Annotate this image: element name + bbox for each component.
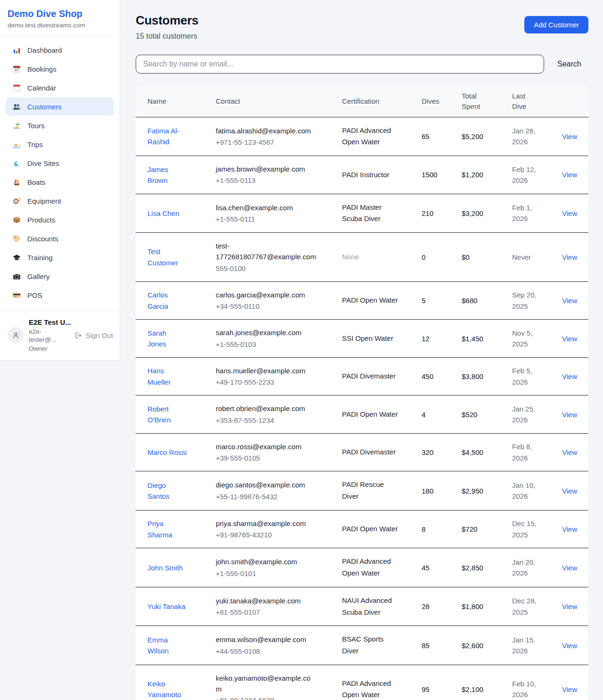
add-customer-button[interactable]: Add Customer (524, 16, 588, 33)
customer-certification: PADI Open Water (342, 410, 398, 418)
table-row: Keiko Yamamoto keiko.yamamoto@example.co… (136, 665, 588, 700)
customer-total-spent: $2,850 (462, 548, 512, 587)
customer-name-link[interactable]: Test Customer (147, 247, 178, 266)
view-customer-link[interactable]: View (562, 448, 577, 456)
column-header-last-dive: Last Dive (512, 86, 562, 117)
customer-email: diego.santos@example.com (216, 479, 316, 490)
view-customer-link[interactable]: View (562, 487, 577, 495)
table-row: Hans Mueller hans.mueller@example.com +4… (136, 357, 588, 395)
customer-last-dive: Dec 28, 2025 (512, 587, 562, 626)
customer-total-spent: $1,200 (462, 156, 512, 194)
table-row: Test Customer test-1772681807767@example… (136, 233, 588, 282)
customer-email: yuki.tanaka@example.com (216, 595, 316, 606)
view-customer-link[interactable]: View (562, 171, 577, 179)
sidebar-item-pos[interactable]: POS (6, 286, 114, 304)
sidebar-item-customers[interactable]: Customers (6, 98, 114, 115)
customer-total-spent: $3,200 (462, 194, 512, 233)
search-input[interactable] (136, 55, 544, 74)
customer-total-spent: $1,450 (462, 320, 512, 358)
page-header: Customers 15 total customers Add Custome… (136, 13, 588, 41)
view-customer-link[interactable]: View (562, 602, 577, 610)
customer-name-link[interactable]: Fatima Al-Rashid (147, 127, 179, 146)
customer-name-link[interactable]: Lisa Chen (147, 209, 179, 217)
sidebar-item-products[interactable]: Products (6, 211, 114, 229)
view-customer-link[interactable]: View (562, 209, 577, 217)
sidebar-item-tours[interactable]: Tours (6, 116, 114, 134)
table-row: Fatima Al-Rashid fatima.alrashid@example… (136, 117, 588, 156)
search-button[interactable]: Search (552, 56, 587, 72)
view-customer-link[interactable]: View (562, 685, 577, 693)
customer-name-link[interactable]: James Brown (147, 165, 168, 184)
customer-email: keiko.yamamoto@example.com (216, 673, 316, 695)
customer-dives: 4 (422, 395, 462, 434)
sidebar-item-dashboard[interactable]: Dashboard (6, 41, 114, 59)
customer-phone: 555-0100 (216, 263, 316, 274)
customer-dives: 85 (422, 626, 462, 665)
customer-name-link[interactable]: Keiko Yamamoto (147, 680, 181, 699)
view-customer-link[interactable]: View (562, 253, 577, 261)
customer-email: hans.mueller@example.com (216, 365, 316, 376)
customer-certification: PADI Instructor (342, 171, 390, 179)
sidebar-item-discounts[interactable]: Discounts (6, 230, 114, 247)
sidebar-item-dive-sites[interactable]: Dive Sites (6, 154, 114, 172)
customer-certification: None (342, 253, 359, 261)
sidebar-item-trips[interactable]: Trips (6, 135, 114, 153)
customer-email: priya.sharma@example.com (216, 518, 316, 529)
customer-name-link[interactable]: Priya Sharma (147, 519, 172, 538)
sidebar-item-boats[interactable]: Boats (6, 173, 114, 191)
user-info: E2E Test U... e2e-tester@... Owner (29, 318, 69, 353)
customer-certification: PADI Divemaster (342, 448, 396, 456)
customer-name-link[interactable]: Sarah Jones (147, 329, 166, 348)
view-customer-link[interactable]: View (562, 411, 577, 419)
credit-card-icon (12, 290, 21, 300)
view-customer-link[interactable]: View (562, 642, 577, 650)
customer-name-link[interactable]: Robert O'Brien (147, 405, 171, 424)
customer-phone: +44-555-0108 (216, 646, 316, 657)
view-customer-link[interactable]: View (562, 335, 577, 343)
view-customer-link[interactable]: View (562, 372, 577, 380)
customer-name-link[interactable]: Hans Mueller (147, 367, 171, 386)
avatar (8, 327, 24, 343)
view-customer-link[interactable]: View (562, 132, 577, 140)
table-row: Priya Sharma priya.sharma@example.com +9… (136, 510, 588, 548)
sidebar-item-calendar[interactable]: Calendar (6, 79, 114, 97)
view-customer-link[interactable]: View (562, 525, 577, 533)
user-name: E2E Test U... (29, 318, 69, 327)
customer-name-link[interactable]: Yuki Tanaka (147, 602, 186, 610)
customer-phone: +81-90-1234-5678 (216, 695, 316, 700)
customer-name-link[interactable]: Diego Santos (147, 481, 170, 500)
sidebar-item-equipment[interactable]: Equipment (6, 192, 114, 210)
view-customer-link[interactable]: View (562, 564, 577, 572)
customer-last-dive: Feb 5, 2026 (512, 357, 562, 395)
customer-last-dive: Jan 20, 2026 (512, 548, 562, 587)
customer-phone: +39-555-0105 (216, 453, 316, 463)
customer-email: carlos.garcia@example.com (216, 289, 316, 300)
sidebar-nav: Dashboard 17 Bookings Calendar Customers… (0, 36, 120, 311)
table-row: Emma Wilson emma.wilson@example.com +44-… (136, 626, 588, 665)
column-header-dives: Dives (422, 86, 462, 117)
sidebar-item-gallery[interactable]: Gallery (6, 267, 114, 285)
customer-last-dive: Never (512, 233, 562, 282)
sign-out-button[interactable]: Sign Out (74, 331, 113, 339)
sidebar-item-training[interactable]: Training (6, 248, 114, 266)
customer-name-link[interactable]: Carlos Garcia (147, 291, 168, 310)
table-header-row: Name Contact Certification Dives Total S… (136, 86, 588, 117)
view-customer-link[interactable]: View (562, 296, 577, 305)
customer-name-link[interactable]: John Smith (147, 564, 183, 572)
customer-total-spent: $720 (462, 510, 512, 548)
sign-out-label: Sign Out (86, 331, 113, 339)
customer-email: lisa.chen@example.com (216, 202, 316, 213)
sidebar-item-bookings[interactable]: 17 Bookings (6, 60, 114, 78)
customer-certification: PADI Open Water (342, 525, 398, 533)
column-header-contact: Contact (216, 86, 342, 117)
table-row: Carlos Garcia carlos.garcia@example.com … (136, 281, 588, 320)
table-row: Sarah Jones sarah.jones@example.com +1-5… (136, 320, 588, 358)
customer-certification: PADI Master Scuba Diver (342, 203, 382, 223)
customer-name-link[interactable]: Marco Rossi (147, 448, 187, 456)
customer-certification: PADI Open Water (342, 296, 398, 304)
customer-last-dive: Jan 15, 2026 (512, 626, 562, 665)
customer-name-link[interactable]: Emma Wilson (147, 636, 169, 655)
column-header-actions (562, 86, 588, 117)
customer-dives: 320 (422, 433, 462, 471)
label-tag-icon (12, 234, 21, 243)
